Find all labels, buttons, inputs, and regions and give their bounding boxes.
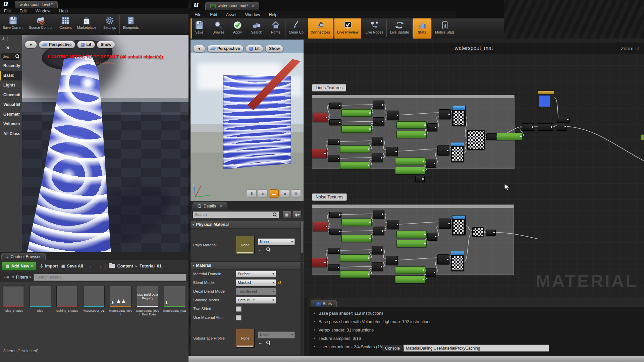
toolbar-live-nodes-button[interactable]: Live Nodes <box>363 18 386 39</box>
material-node[interactable] <box>426 160 436 168</box>
material-node[interactable] <box>557 117 570 123</box>
section-expand-icon[interactable]: ▾ <box>193 264 194 267</box>
material-node[interactable] <box>341 109 372 117</box>
details-tab[interactable]: Details × <box>193 202 227 210</box>
menu-file[interactable]: File <box>195 12 201 17</box>
material-node[interactable] <box>641 134 644 140</box>
asset-tile[interactable]: ✱waterspout_mat <box>162 285 187 338</box>
toolbar-blueprints-button[interactable]: Blueprints <box>120 14 142 35</box>
material-node[interactable] <box>329 212 341 218</box>
material-node[interactable] <box>373 210 384 219</box>
import-button[interactable]: ⇩ Import <box>40 263 58 268</box>
preview-shape-cylinder-button[interactable]: ▮ <box>247 189 257 198</box>
asset-tile[interactable]: Map Build Data Registrywaterspout_level_… <box>135 285 160 338</box>
material-node[interactable] <box>472 227 484 237</box>
material-node[interactable] <box>328 156 340 162</box>
eye-filter-icon[interactable]: ◉▾ <box>293 211 302 219</box>
sidebar-item-geometr[interactable]: Geometr <box>0 110 22 119</box>
checkbox-use-material-attri[interactable] <box>236 315 241 320</box>
toolbar-source-control-button[interactable]: Source Control <box>26 14 55 35</box>
material-node[interactable] <box>427 123 437 131</box>
material-node[interactable] <box>386 147 398 156</box>
details-scrollbar[interactable] <box>301 221 303 355</box>
sidebar-item-all-class[interactable]: All Class <box>0 129 22 139</box>
asset-reference-thumbnail[interactable]: None <box>236 236 255 254</box>
material-node[interactable] <box>427 233 437 241</box>
menu-window[interactable]: Window <box>245 12 260 17</box>
material-node[interactable] <box>311 258 327 267</box>
preview-shape-teapot-button[interactable]: ◍ <box>291 189 301 198</box>
dropdown-default-lit[interactable]: Default Lit▾ <box>236 297 276 304</box>
toolbar-content-button[interactable]: Content <box>57 14 74 35</box>
material-node[interactable] <box>373 101 384 109</box>
asset-tile[interactable]: rushing_shapes <box>54 285 80 338</box>
toolbar-save-current-button[interactable]: Save Current <box>0 14 26 35</box>
sidebar-item-visual-ef[interactable]: Visual Ef <box>0 100 22 110</box>
material-node[interactable] <box>557 123 567 131</box>
material-node[interactable] <box>426 268 436 277</box>
toolbar-search-button[interactable]: Search <box>248 18 265 39</box>
material-node[interactable] <box>329 119 341 125</box>
toolbar-connectors-button[interactable]: Connectors <box>308 18 333 39</box>
material-node[interactable] <box>328 139 340 145</box>
checkbox-two-sided[interactable] <box>236 306 241 312</box>
material-node[interactable] <box>439 109 451 119</box>
material-node[interactable] <box>396 240 427 247</box>
breadcrumb-content[interactable]: Content <box>117 264 133 268</box>
sidebar-item-volumes[interactable]: Volumes <box>0 119 22 129</box>
close-icon[interactable]: × <box>220 204 222 208</box>
material-node[interactable] <box>328 248 340 254</box>
menu-help[interactable]: Help <box>269 12 277 17</box>
toolbar-stats-button[interactable]: Stats <box>413 18 431 39</box>
toolbar-home-button[interactable]: Home <box>267 18 284 39</box>
close-icon[interactable]: × <box>252 4 254 8</box>
material-node[interactable] <box>386 256 398 265</box>
material-node[interactable] <box>396 121 427 129</box>
material-node[interactable] <box>329 229 341 235</box>
material-node[interactable] <box>437 254 449 264</box>
use-selected-icon[interactable]: ← <box>258 340 262 345</box>
viewport-options-dropdown[interactable]: ▾ <box>25 41 37 48</box>
asset-tile[interactable]: ▲▲✱waterspout_level <box>108 285 133 338</box>
material-node[interactable] <box>313 113 328 122</box>
toolbar-marketplace-button[interactable]: uMarketplace <box>74 14 99 35</box>
material-node[interactable] <box>437 145 449 156</box>
material-node[interactable] <box>311 149 327 158</box>
add-new-button[interactable]: ▤ Add New ▾ <box>2 261 36 270</box>
material-node[interactable] <box>372 262 383 271</box>
material-node[interactable] <box>395 266 425 274</box>
material-node[interactable] <box>341 235 372 242</box>
toolbar-browse-button[interactable]: Browse <box>210 18 227 39</box>
use-selected-icon[interactable]: ← <box>258 247 262 252</box>
reset-to-default-icon[interactable]: ↺ <box>278 280 281 285</box>
material-node[interactable] <box>340 254 370 262</box>
toolbar-live-update-button[interactable]: Live Update <box>387 18 412 39</box>
browse-to-icon[interactable] <box>266 341 270 345</box>
sidebar-item-lights[interactable]: Lights <box>0 80 22 90</box>
menu-window[interactable]: Window <box>36 9 50 13</box>
viewport-show-button[interactable]: Show <box>97 41 115 48</box>
material-node[interactable] <box>439 219 451 229</box>
material-node[interactable] <box>395 167 425 174</box>
material-node[interactable] <box>340 145 370 153</box>
material-node[interactable] <box>396 131 427 138</box>
asset-reference-thumbnail[interactable]: None <box>236 329 255 348</box>
material-node[interactable] <box>329 103 341 109</box>
viewport-show-button[interactable]: Show <box>265 45 283 52</box>
view-options-icon[interactable]: ⋮≡ <box>2 275 9 280</box>
material-node[interactable] <box>387 220 399 229</box>
material-node[interactable] <box>395 276 425 283</box>
asset-tile[interactable]: waterspout_01 <box>81 285 107 338</box>
viewport-perspective-button[interactable]: Perspective <box>39 41 75 48</box>
dropdown-none[interactable]: None▾ <box>258 238 295 245</box>
material-node-graph[interactable]: MATERIAL Lines TexturesNoise Textures wa… <box>304 39 644 298</box>
place-actors-drop-icon[interactable]: ⇩ <box>2 37 5 41</box>
save-all-button[interactable]: ▣ Save All <box>61 263 83 268</box>
material-node[interactable] <box>313 222 328 231</box>
section-expand-icon[interactable]: ▾ <box>193 223 194 226</box>
asset-tile[interactable]: noise_shapes <box>1 285 26 338</box>
sidebar-item-basic[interactable]: Basic <box>0 71 22 80</box>
material-node[interactable] <box>395 158 425 165</box>
menu-edit[interactable]: Edit <box>210 12 217 17</box>
preview-shape-cube-button[interactable]: ■ <box>280 189 290 198</box>
